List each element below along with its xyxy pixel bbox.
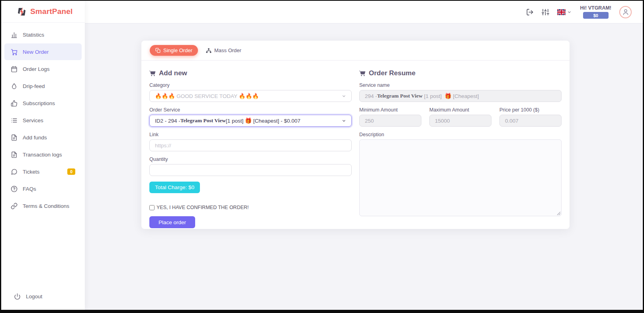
language-selector[interactable]	[557, 9, 572, 15]
thumbs-up-icon	[11, 100, 18, 107]
file-text-icon	[11, 151, 18, 158]
order-card: Single Order Mass Order Add new	[141, 41, 570, 229]
order-service-label: Order Service	[149, 107, 352, 113]
power-icon	[14, 293, 21, 300]
service-name-label: Service name	[359, 82, 562, 88]
cart-icon	[359, 70, 366, 76]
link-label: Link	[149, 132, 352, 137]
order-form-body: Add new Category 🔥🔥🔥 GOOD SERVICE TODAY …	[141, 61, 570, 228]
lightning-bolt-logo-icon	[16, 6, 27, 17]
sidebar-item-terms[interactable]: Terms & Conditions	[4, 198, 82, 214]
description-textarea[interactable]	[359, 139, 562, 216]
page-content: Single Order Mass Order Add new	[85, 23, 643, 310]
sidebar-item-label: Add funds	[23, 135, 47, 141]
calendar-icon	[11, 66, 18, 72]
tab-label: Mass Order	[214, 47, 241, 53]
chat-icon	[11, 168, 18, 175]
sidebar-item-logout[interactable]: Logout	[8, 288, 78, 305]
bar-chart-icon	[11, 31, 18, 38]
sidebar-item-label: Order Logs	[23, 66, 50, 72]
sidebar-item-label: Services	[23, 117, 43, 123]
file-text-icon	[11, 134, 18, 141]
user-greeting-block: Hi! VTGRAM! $0	[580, 5, 611, 19]
sidebar: SmartPanel Statistics New Order Order Lo…	[1, 1, 85, 310]
main-area: Hi! VTGRAM! $0 Single Order Mass Order	[85, 1, 643, 310]
sidebar-item-label: Statistics	[23, 32, 44, 38]
tab-mass-order[interactable]: Mass Order	[206, 47, 241, 53]
sidebar-item-label: New Order	[23, 49, 49, 55]
sidebar-item-label: Tickets	[23, 169, 39, 175]
sidebar-item-subscriptions[interactable]: Subscriptions	[4, 95, 82, 112]
max-amount-group: Maximum Amount	[429, 102, 491, 127]
balance-badge[interactable]: $0	[583, 12, 609, 19]
order-service-select[interactable]: ID2 - 294 - Telegram Post View [1 post] …	[149, 115, 352, 127]
add-new-title: Add new	[149, 69, 352, 77]
category-label: Category	[149, 82, 352, 88]
max-amount-field	[429, 115, 491, 127]
sidebar-item-transaction-logs[interactable]: Transaction logs	[4, 146, 82, 163]
service-name-field: 294 - Telegram Post View [1 post] 🎁 [Che…	[359, 90, 562, 102]
cart-icon	[149, 70, 156, 76]
chevron-down-icon	[567, 10, 572, 14]
quantity-input[interactable]	[149, 164, 352, 176]
min-amount-field	[359, 115, 421, 127]
min-amount-label: Minimum Amount	[359, 107, 421, 113]
price-group: Price per 1000 ($)	[499, 102, 562, 127]
max-amount-label: Maximum Amount	[429, 107, 491, 113]
avatar-user-icon[interactable]	[619, 6, 632, 18]
sidebar-item-new-order[interactable]: New Order	[4, 43, 82, 60]
quantity-label: Quantity	[149, 156, 352, 162]
service-option-name: Telegram Post View	[180, 117, 226, 124]
copy-icon	[155, 48, 161, 53]
order-resume-title: Order Resume	[359, 69, 562, 77]
place-order-button[interactable]: Place order	[149, 216, 195, 228]
chevron-down-icon	[342, 94, 346, 98]
sitemap-icon	[206, 48, 211, 53]
droplet-icon	[11, 83, 18, 90]
total-charge-button[interactable]: Total Charge: $0	[149, 182, 200, 193]
link-icon	[11, 203, 18, 209]
sidebar-item-label: Logout	[26, 293, 42, 299]
uk-flag-icon	[557, 9, 566, 15]
sidebar-item-services[interactable]: Services	[4, 112, 82, 129]
sidebar-item-order-logs[interactable]: Order Logs	[4, 61, 82, 77]
sidebar-item-label: Drip-feed	[23, 83, 45, 89]
app-window: SmartPanel Statistics New Order Order Lo…	[1, 1, 643, 310]
cart-icon	[11, 49, 18, 55]
confirm-order-label[interactable]: YES, I HAVE CONFIRMED THE ORDER!	[157, 205, 249, 210]
sidebar-item-label: Subscriptions	[23, 100, 55, 106]
description-label: Description	[359, 132, 562, 137]
brand-name: SmartPanel	[30, 7, 73, 16]
chevron-down-icon	[342, 119, 346, 123]
tickets-count-badge: 0	[67, 168, 75, 175]
sidebar-item-label: Terms & Conditions	[23, 203, 69, 209]
sidebar-nav: Statistics New Order Order Logs Drip-fee…	[1, 23, 85, 214]
logout-icon[interactable]	[526, 8, 534, 16]
top-header: Hi! VTGRAM! $0	[85, 1, 643, 23]
order-tabs: Single Order Mass Order	[141, 41, 570, 61]
service-option-suffix: [1 post] 🎁 [Cheapest] - $0.007	[226, 117, 300, 124]
list-icon	[11, 117, 18, 124]
sidebar-item-drip-feed[interactable]: Drip-feed	[4, 78, 82, 94]
price-label: Price per 1000 ($)	[499, 107, 562, 113]
amount-fields-row: Minimum Amount Maximum Amount Price per …	[359, 102, 562, 127]
tab-label: Single Order	[163, 47, 192, 53]
sidebar-item-add-funds[interactable]: Add funds	[4, 129, 82, 146]
tab-single-order[interactable]: Single Order	[150, 45, 198, 56]
min-amount-group: Minimum Amount	[359, 102, 421, 127]
service-option-prefix: ID2 - 294 -	[155, 118, 180, 124]
link-input[interactable]	[149, 139, 352, 151]
sidebar-item-tickets[interactable]: Tickets 0	[4, 163, 82, 180]
sidebar-item-faqs[interactable]: FAQs	[4, 180, 82, 197]
sidebar-item-statistics[interactable]: Statistics	[4, 26, 82, 43]
brand-logo[interactable]: SmartPanel	[1, 1, 85, 23]
user-greeting: Hi! VTGRAM!	[580, 5, 611, 11]
sidebar-item-label: Transaction logs	[23, 152, 62, 158]
confirm-order-checkbox[interactable]	[149, 205, 155, 210]
category-selected-value: 🔥🔥🔥 GOOD SERVICE TODAY 🔥🔥🔥	[155, 93, 259, 99]
category-select[interactable]: 🔥🔥🔥 GOOD SERVICE TODAY 🔥🔥🔥	[149, 90, 352, 102]
confirm-order-row: YES, I HAVE CONFIRMED THE ORDER!	[149, 205, 352, 210]
order-resume-section: Order Resume Service name 294 - Telegram…	[359, 69, 562, 228]
sliders-icon[interactable]	[542, 8, 549, 16]
sidebar-item-label: FAQs	[23, 186, 36, 192]
